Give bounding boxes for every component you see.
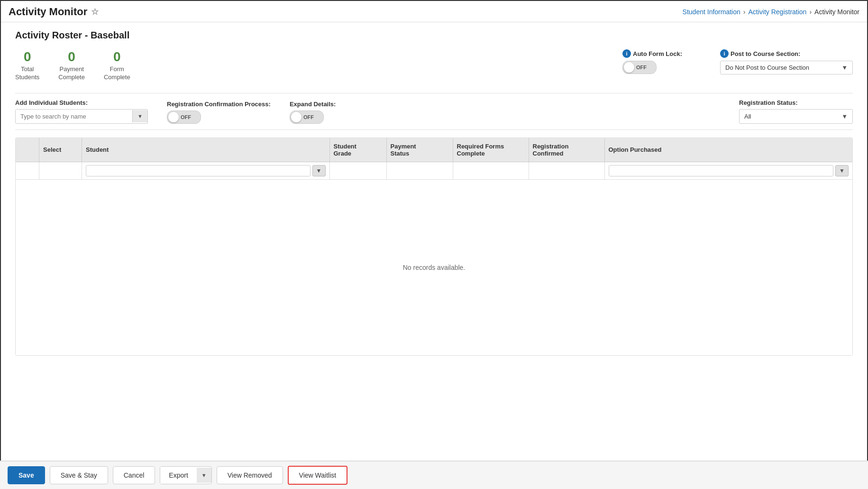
auto-form-lock-info-icon[interactable]: i	[622, 49, 631, 58]
breadcrumb-activity-registration[interactable]: Activity Registration	[748, 8, 806, 16]
tf-payment	[387, 162, 453, 179]
cancel-button[interactable]: Cancel	[113, 466, 155, 484]
page-title-text: Activity Monitor	[9, 6, 87, 18]
reg-status-group: Registration Status: All ▼	[739, 99, 853, 124]
view-removed-button[interactable]: View Removed	[217, 466, 283, 484]
expand-details-label: Expand Details:	[290, 101, 336, 108]
search-dropdown-button[interactable]: ▼	[132, 110, 147, 122]
post-to-course-value: Do Not Post to Course Section	[725, 64, 809, 71]
auto-form-lock-label: Auto Form Lock:	[633, 50, 682, 57]
breadcrumb-sep-1: ›	[743, 8, 746, 16]
tf-grade	[330, 162, 387, 179]
th-payment-status: PaymentStatus	[387, 138, 453, 162]
post-to-course-label: Post to Course Section:	[731, 50, 800, 57]
th-grade: StudentGrade	[330, 138, 387, 162]
total-students-stat: 0 TotalStudents	[15, 49, 39, 82]
tf-forms	[453, 162, 529, 179]
expand-details-group: Expand Details: OFF	[290, 101, 336, 124]
th-student: Student	[82, 138, 330, 162]
tf-option-purchased: ▼	[605, 162, 853, 179]
breadcrumb-current: Activity Monitor	[814, 8, 859, 16]
table-header: Select Student StudentGrade PaymentStatu…	[16, 138, 852, 162]
expand-details-state: OFF	[303, 114, 314, 120]
stats-right-controls: i Auto Form Lock: OFF i Post to Course S…	[622, 49, 853, 74]
add-individual-group: Add Individual Students: ▼	[15, 99, 148, 124]
breadcrumb-sep-2: ›	[809, 8, 812, 16]
save-stay-button[interactable]: Save & Stay	[50, 466, 108, 484]
reg-confirmation-toggle[interactable]: OFF	[167, 111, 201, 124]
search-input[interactable]	[16, 110, 132, 123]
export-button[interactable]: Export	[160, 467, 196, 484]
auto-form-lock-label-row: i Auto Form Lock:	[622, 49, 682, 58]
save-button[interactable]: Save	[8, 466, 45, 484]
post-to-course-arrow-icon: ▼	[841, 64, 848, 71]
total-students-label: TotalStudents	[15, 65, 39, 82]
option-filter-button[interactable]: ▼	[835, 165, 849, 176]
total-students-value: 0	[24, 49, 31, 65]
add-individual-label: Add Individual Students:	[15, 99, 148, 106]
th-checkbox	[16, 138, 39, 162]
controls-row: Add Individual Students: ▼ Registration …	[15, 93, 853, 130]
tf-select	[39, 162, 82, 179]
auto-form-lock-group: i Auto Form Lock: OFF	[622, 49, 682, 74]
th-select: Select	[39, 138, 82, 162]
no-records-message: No records available.	[403, 264, 466, 271]
option-filter-input[interactable]	[609, 165, 834, 176]
tf-student: ▼	[82, 162, 330, 179]
payment-complete-label: PaymentComplete	[58, 65, 85, 82]
tf-reg-confirmed	[529, 162, 605, 179]
form-complete-stat: 0 FormComplete	[104, 49, 130, 82]
tf-checkbox	[16, 162, 39, 179]
th-reg-confirmed: RegistrationConfirmed	[529, 138, 605, 162]
reg-status-select[interactable]: All ▼	[739, 109, 853, 124]
student-filter-button[interactable]: ▼	[312, 165, 326, 176]
breadcrumb: Student Information › Activity Registrat…	[683, 8, 859, 16]
payment-complete-value: 0	[68, 49, 75, 65]
student-filter-input[interactable]	[86, 165, 311, 176]
reg-confirmation-label: Registration Confirmation Process:	[167, 101, 271, 108]
table-filter-row: ▼ ▼	[16, 162, 852, 180]
reg-confirmation-group: Registration Confirmation Process: OFF	[167, 101, 271, 124]
auto-form-lock-state: OFF	[636, 65, 647, 70]
post-to-course-select[interactable]: Do Not Post to Course Section ▼	[720, 61, 853, 74]
table-body: No records available.	[16, 180, 852, 355]
toggle-knob	[624, 62, 634, 73]
reg-status-arrow-icon: ▼	[841, 113, 848, 120]
page-header-title: Activity Monitor ☆	[9, 6, 99, 18]
th-option-purchased: Option Purchased	[605, 138, 853, 162]
payment-complete-stat: 0 PaymentComplete	[58, 49, 85, 82]
post-to-course-group: i Post to Course Section: Do Not Post to…	[720, 49, 853, 74]
reg-status-label: Registration Status:	[739, 99, 853, 106]
reg-confirmation-state: OFF	[181, 114, 191, 120]
activity-roster-title: Activity Roster - Baseball	[15, 30, 853, 41]
stats-row: 0 TotalStudents 0 PaymentComplete 0 Form…	[15, 49, 853, 82]
auto-form-lock-toggle[interactable]: OFF	[622, 61, 657, 74]
header: Activity Monitor ☆ Student Information ›…	[1, 1, 867, 22]
post-to-course-info-icon[interactable]: i	[720, 49, 729, 58]
expand-details-knob	[291, 112, 302, 122]
breadcrumb-student-information[interactable]: Student Information	[683, 8, 740, 16]
post-to-course-label-row: i Post to Course Section:	[720, 49, 853, 58]
view-waitlist-button[interactable]: View Waitlist	[288, 466, 348, 485]
search-input-wrapper: ▼	[15, 109, 148, 124]
main-content: Activity Roster - Baseball 0 TotalStuden…	[1, 22, 867, 363]
export-dropdown-button[interactable]: ▼	[197, 468, 211, 483]
reg-confirmation-knob	[168, 112, 179, 122]
form-complete-value: 0	[113, 49, 121, 65]
export-button-group: Export ▼	[160, 466, 211, 484]
student-table: Select Student StudentGrade PaymentStatu…	[15, 138, 853, 356]
favorite-star-icon[interactable]: ☆	[91, 7, 99, 17]
expand-details-toggle[interactable]: OFF	[290, 111, 324, 124]
reg-status-value: All	[744, 113, 751, 120]
footer: Save Save & Stay Cancel Export ▼ View Re…	[0, 461, 868, 489]
form-complete-label: FormComplete	[104, 65, 130, 82]
th-required-forms: Required FormsComplete	[453, 138, 529, 162]
